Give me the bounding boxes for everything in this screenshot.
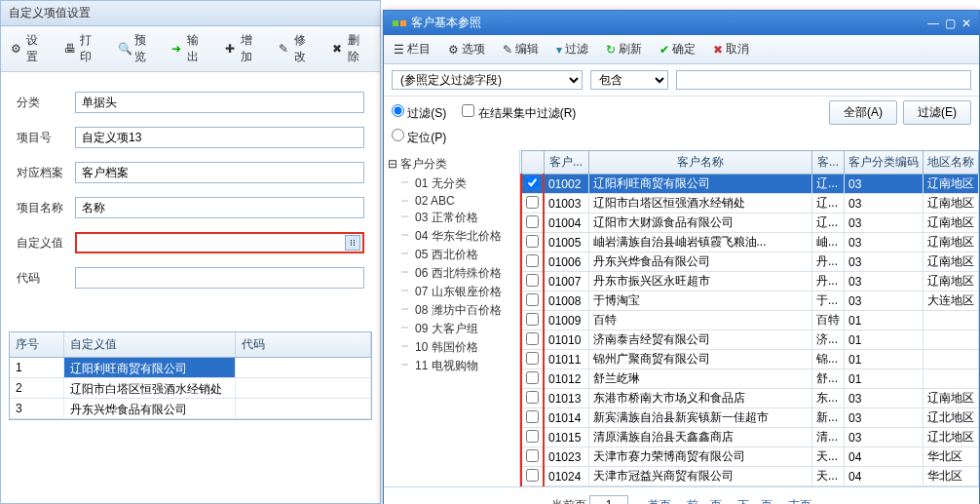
filter-field-select[interactable]: (参照定义过滤字段) [392, 70, 583, 90]
col-seq[interactable]: 序号 [10, 332, 64, 357]
rtb-filter[interactable]: ▾过滤 [552, 39, 592, 59]
row-check[interactable] [526, 274, 539, 287]
row-check[interactable] [526, 254, 539, 267]
input-archive[interactable] [75, 162, 364, 183]
table-row[interactable]: 01013东港市桥南大市场义和食品店东...03辽南地区 [521, 389, 979, 408]
tb-print[interactable]: 🖶打印 [60, 30, 106, 67]
table-row[interactable]: 01002辽阳利旺商贸有限公司辽...03辽南地区 [521, 174, 979, 194]
delete-icon: ✖ [332, 42, 345, 56]
table-row[interactable]: 2辽阳市白塔区恒强酒水经销处 [10, 378, 371, 399]
col-short[interactable]: 客... [812, 151, 845, 174]
table-row[interactable]: 01003辽阳市白塔区恒强酒水经销处辽...03辽南地区 [521, 194, 979, 213]
row-check[interactable] [526, 410, 539, 423]
rtb-ok[interactable]: ✔确定 [656, 39, 699, 59]
row-check[interactable] [526, 176, 539, 189]
row-check[interactable] [526, 332, 539, 345]
tree-item[interactable]: 10 韩国价格 [388, 338, 515, 357]
btn-filter[interactable]: 过滤(E) [903, 100, 971, 125]
refresh-icon: ↻ [606, 43, 616, 57]
table-row[interactable]: 01024天津市冠益兴商贸有限公司天...04华北区 [521, 467, 979, 486]
row-check[interactable] [526, 352, 539, 365]
col-custname[interactable]: 客户名称 [588, 151, 812, 174]
maximize-icon[interactable]: ▢ [945, 17, 956, 30]
tb-preview[interactable]: 🔍预览 [114, 30, 160, 67]
row-check[interactable] [526, 449, 539, 462]
col-code[interactable]: 代码 [236, 332, 371, 357]
window-title: 自定义项值设置 [1, 1, 380, 26]
table-row[interactable]: 01023天津市赛力荣博商贸有限公司天...04华北区 [521, 447, 979, 467]
table-row[interactable]: 1辽阳利旺商贸有限公司 [10, 358, 371, 378]
rtb-columns[interactable]: ☰栏目 [390, 39, 434, 59]
row-check[interactable] [526, 430, 539, 443]
lookup-icon[interactable]: ⁝⁝ [345, 235, 360, 251]
pager-first[interactable]: 首页 [648, 497, 671, 505]
table-row[interactable]: 01025大连四平罐头有限公司大...01 [521, 486, 979, 487]
input-itemno[interactable] [75, 127, 364, 148]
pager-next[interactable]: 下一页 [737, 497, 773, 505]
input-code[interactable] [75, 267, 364, 289]
table-row[interactable]: 01004辽阳市大财源食品有限公司辽...03辽南地区 [521, 213, 979, 233]
col-area[interactable]: 地区名称 [923, 151, 979, 174]
tree-item[interactable]: 03 正常价格 [388, 209, 515, 227]
rtb-options[interactable]: ⚙选项 [444, 39, 489, 59]
tb-settings[interactable]: ⚙设置 [7, 30, 53, 67]
tb-delete[interactable]: ✖删除 [328, 30, 374, 67]
rtb-cancel[interactable]: ✖取消 [709, 39, 753, 59]
radio-locate[interactable]: 定位(P) [392, 129, 446, 146]
pager-prev[interactable]: 前一页 [687, 497, 722, 505]
row-check[interactable] [526, 235, 539, 248]
rtb-refresh[interactable]: ↻刷新 [602, 39, 646, 59]
col-clscode[interactable]: 客户分类编码 [845, 151, 923, 174]
table-row[interactable]: 01005岫岩满族自治县岫岩镇霞飞粮油...岫...03辽南地区 [521, 233, 979, 252]
tree-item[interactable]: 04 华东华北价格 [388, 227, 515, 246]
tree-item[interactable]: 06 西北特殊价格 [388, 264, 515, 283]
input-name[interactable] [75, 197, 364, 218]
pager-input[interactable] [589, 495, 628, 504]
btn-all[interactable]: 全部(A) [829, 100, 897, 125]
table-row[interactable]: 01014新宾满族自治县新宾镇新一佳超市新...03辽北地区 [521, 408, 979, 428]
table-row[interactable]: 3丹东兴烨食品有限公司 [10, 399, 371, 419]
row-check[interactable] [526, 391, 539, 404]
table-row[interactable]: 01008于博淘宝于...03大连地区 [521, 291, 979, 311]
col-custcode[interactable]: 客户... [544, 151, 588, 174]
table-row[interactable]: 01009百特百特01 [521, 311, 979, 330]
row-check[interactable] [526, 371, 539, 384]
tb-export[interactable]: ➜输出 [168, 30, 213, 67]
col-check[interactable] [521, 151, 544, 174]
table-row[interactable]: 01015清原满族自治县天鑫鑫商店清...03辽北地区 [521, 428, 979, 447]
input-custom-wrap[interactable]: ⁝⁝ [75, 232, 364, 253]
filter-op-select[interactable]: 包含 [590, 70, 668, 90]
filter-icon: ▾ [556, 43, 562, 57]
tb-add[interactable]: ✚增加 [221, 30, 267, 67]
radio-filter[interactable]: 过滤(S) [392, 104, 446, 122]
check-inresult[interactable]: 在结果集中过滤(R) [462, 104, 576, 122]
tree-item[interactable]: 07 山东银座价格 [388, 283, 515, 301]
filter-value-input[interactable] [676, 70, 971, 90]
table-row[interactable]: 01011锦州广聚商贸有限公司锦...01 [521, 350, 979, 369]
tree-root[interactable]: 客户分类 [388, 156, 515, 173]
tb-edit[interactable]: ✎修改 [275, 30, 320, 67]
tree-item[interactable]: 01 无分类 [388, 174, 515, 193]
row-check[interactable] [526, 469, 539, 482]
col-val[interactable]: 自定义值 [64, 332, 236, 357]
tree-item[interactable]: 08 潍坊中百价格 [388, 301, 515, 320]
table-row[interactable]: 01010济南泰吉经贸有限公司济...01 [521, 330, 979, 350]
row-check[interactable] [526, 215, 539, 228]
row-check[interactable] [526, 313, 539, 326]
row-check[interactable] [526, 196, 539, 209]
close-icon[interactable]: ✕ [961, 17, 971, 30]
input-category[interactable] [75, 92, 364, 113]
customer-grid-wrap: 客户... 客户名称 客... 客户分类编码 地区名称 01002辽阳利旺商贸有… [520, 150, 979, 486]
table-row[interactable]: 01012舒兰屹琳舒...01 [521, 369, 979, 389]
rtb-edit[interactable]: ✎编辑 [499, 39, 543, 59]
row-check[interactable] [526, 293, 539, 306]
pager-last[interactable]: 末页 [788, 497, 811, 505]
columns-icon: ☰ [394, 43, 404, 57]
tree-item[interactable]: 02 ABC [388, 193, 515, 209]
table-row[interactable]: 01006丹东兴烨食品有限公司丹...03辽南地区 [521, 252, 979, 272]
table-row[interactable]: 01007丹东市振兴区永旺超市丹...03辽南地区 [521, 272, 979, 291]
tree-item[interactable]: 11 电视购物 [388, 357, 515, 375]
minimize-icon[interactable]: — [927, 17, 939, 30]
tree-item[interactable]: 05 西北价格 [388, 246, 515, 264]
tree-item[interactable]: 09 大客户组 [388, 320, 515, 338]
